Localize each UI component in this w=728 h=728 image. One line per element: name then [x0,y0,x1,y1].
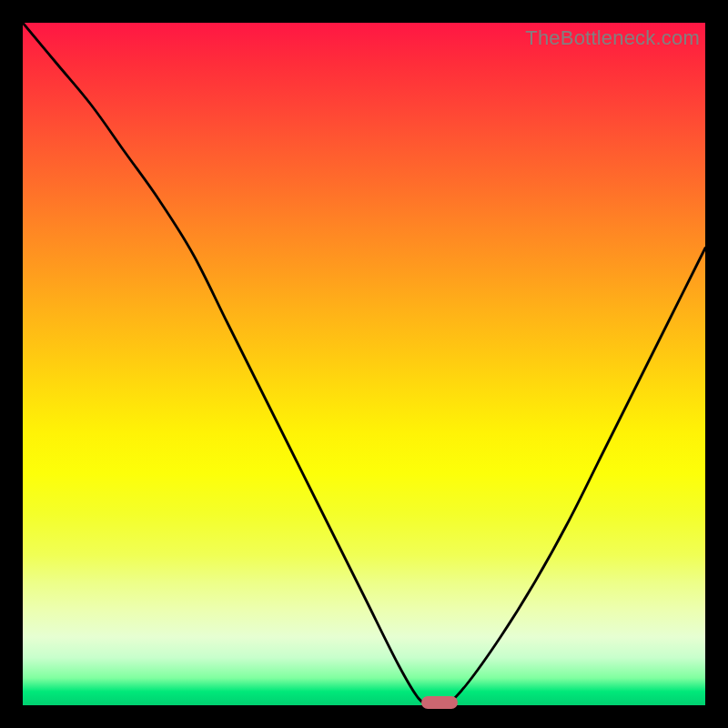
optimum-marker [421,696,458,709]
chart-container: TheBottleneck.com [0,0,728,728]
plot-area: TheBottleneck.com [23,23,705,705]
bottleneck-curve-path [23,23,705,705]
watermark-text: TheBottleneck.com [525,26,700,50]
curve-svg [23,23,705,705]
